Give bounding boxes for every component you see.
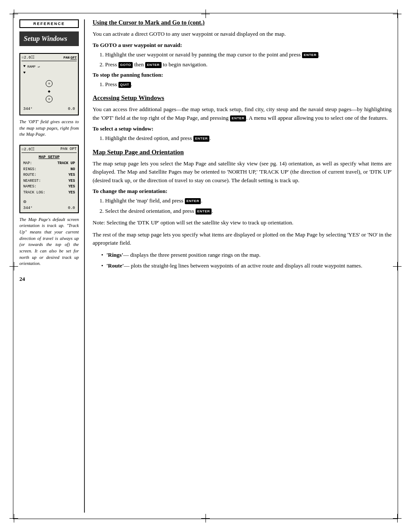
bullet-route-label: 'Route' [106,262,124,269]
screen2-row-map: MAP: TRACK UP [23,161,75,167]
section-map-setup-body2: The rest of the map setup page lets you … [93,230,392,247]
section-using-cursor: Using the Cursor to Mark and Go to (cont… [93,19,392,88]
screen2-compass-icon: ⊙ [23,199,26,205]
proc-goto-step2: 2. Press GOTO then ENTER to begin naviga… [100,60,392,69]
section-map-setup-title: Map Setup Page and Orientation [93,149,392,156]
page-number: 24 [19,276,79,283]
crosshair-bottom-right [393,514,402,523]
crosshair-bottom-center [201,514,210,523]
row-tracklog-label: TRACK LOG: [23,190,45,196]
sidebar-title: Setup Windows [24,35,75,43]
screen1-compass-area: ⊙ ◆ ⊙ [23,77,75,106]
crosshair-top-center [201,9,210,18]
screen2-tabs: PAN OPT [60,147,77,151]
screen2-row-names: NAMES: YES [23,184,75,190]
row-map-value: TRACK UP [57,161,75,167]
proc-change-orient-title: To change the map orientation: [93,188,392,195]
screen1-heading: 344° [23,106,33,112]
sidebar: REFERENCE Setup Windows ☉2.0☷ PAN OPT ♥ … [19,19,84,513]
key-enter-5: ENTER [185,198,201,204]
crosshair-bottom-left [9,514,18,523]
crosshair-right-center [393,262,402,271]
row-map-label: MAP: [23,161,32,167]
screen2-row-tracklog: TRACK LOG: YES [23,190,75,196]
row-rings-label: RINGS: [23,167,37,173]
proc-stop-title: To stop the panning function: [93,72,392,78]
row-route-label: ROUTE: [23,172,37,178]
screen1-top-left: ☉2.0☷ [22,55,34,60]
screen2-top-bar: ☉2.0☷ PAN OPT [22,147,77,153]
key-enter-3: ENTER [230,115,246,121]
screen1-tab-pan: PAN [63,56,69,59]
proc-select-step1: 1. Highlight the desired option, and pre… [100,134,392,143]
compass-ring-bottom: ⊙ [46,96,53,103]
bullet-rings: 'Rings'— displays the three present posi… [101,251,392,259]
proc-goto-title: To GOTO a user waypoint or navaid: [93,42,392,49]
key-enter-6: ENTER [196,208,212,215]
crosshair-top-right [393,9,402,18]
setup-windows-box: Setup Windows [19,31,79,46]
section-accessing-setup: Accessing Setup Windows You can access f… [93,94,392,143]
key-enter-2: ENTER [145,62,162,68]
screen2-row-route: ROUTE: YES [23,172,75,178]
proc-stop-step1: 1. Press QUIT. [100,80,392,89]
proc-goto-step1: 1. Highlight the user waypoint or navaid… [100,50,392,59]
compass-ring-top: ⊙ [46,80,53,87]
screen2-bottom-area: ⊙ [22,197,77,206]
device-screen-1: ☉2.0☷ PAN OPT ♥ RAMP ↵ ♥ ⊙ [19,53,79,115]
screen1-bottom-row: 344° 0.0 [23,106,75,112]
section-map-setup-note: Note: Selecting the 'DTK UP' option will… [93,218,392,227]
screen2-status-bar: 344° 0.0 [22,206,77,211]
row-nearest-value: YES [68,178,75,184]
screen1-tabs: PAN OPT [63,56,77,59]
section-using-cursor-title: Using the Cursor to Mark and Go to (cont… [93,19,392,26]
screen1-tab-opt: OPT [71,56,77,59]
section-map-setup: Map Setup Page and Orientation The map s… [93,149,392,270]
screen2-content: MAP SETUP MAP: TRACK UP RINGS: NO ROUTE:… [22,154,77,197]
proc-select-title: To select a setup window: [93,125,392,132]
bullet-route: 'Route'— plots the straight-leg lines be… [101,261,392,270]
screen2-tab-pan: PAN [60,147,67,151]
screen2-top-left: ☉2.0☷ [22,147,34,152]
screen1-compass: ⊙ ◆ ⊙ [46,80,53,103]
section-map-setup-body: The map setup page lets you select the M… [93,159,392,185]
section-accessing-body: You can access five additional pages—the… [93,105,392,122]
crosshair-left-center [9,262,18,271]
key-quit: QUIT [118,82,131,88]
spacer-2 [93,144,392,149]
device-screen-2: ☉2.0☷ PAN OPT MAP SETUP MAP: TRACK UP RI… [19,145,79,213]
reference-label: REFERENCE [33,22,65,26]
screen1-content: ♥ RAMP ↵ ♥ ⊙ ◆ ⊙ [22,62,77,113]
row-names-value: YES [68,184,75,190]
section-accessing-title: Accessing Setup Windows [93,94,392,102]
row-tracklog-value: YES [68,190,75,196]
reference-box: REFERENCE [19,19,79,28]
screen1-top-bar: ☉2.0☷ PAN OPT [22,55,77,61]
screen2-row-rings: RINGS: NO [23,167,75,173]
row-route-value: YES [68,172,75,178]
key-enter-4: ENTER [193,136,210,142]
key-enter-1: ENTER [302,52,318,58]
caption2: The Map Page's default screen orientatio… [19,217,79,268]
main-content: Using the Cursor to Mark and Go to (cont… [84,19,392,513]
screen1-row2: ♥ [23,70,75,76]
row-rings-value: NO [71,167,75,173]
key-goto: GOTO [118,62,133,68]
screen2-menu-title: MAP SETUP [23,155,75,159]
caption1: The 'OPT' field gives access to the map … [19,119,79,138]
crosshair-top-left [9,9,18,18]
row-names-label: NAMES: [23,184,37,190]
screen1-ramp: RAMP ↵ [27,64,40,70]
proc-change-orient-step2: 2. Select the desired orientation, and p… [100,207,392,215]
screen2-heading: 344° [23,206,33,210]
screen1-distance: 0.0 [68,106,75,112]
screen2-row-nearest: NEAREST: YES [23,178,75,184]
page-content: REFERENCE Setup Windows ☉2.0☷ PAN OPT ♥ … [19,19,392,513]
bullet-rings-label: 'Rings' [106,252,123,258]
section-using-cursor-intro: You can activate a direct GOTO to any us… [93,30,392,38]
screen1-row1: ♥ RAMP ↵ [23,63,75,70]
proc-change-orient-step1: 1. Highlight the 'map' field, and press … [100,196,392,205]
diamond-icon: ◆ [46,89,53,94]
spacer-1 [93,90,392,94]
screen2-distance: 0.0 [68,206,75,210]
